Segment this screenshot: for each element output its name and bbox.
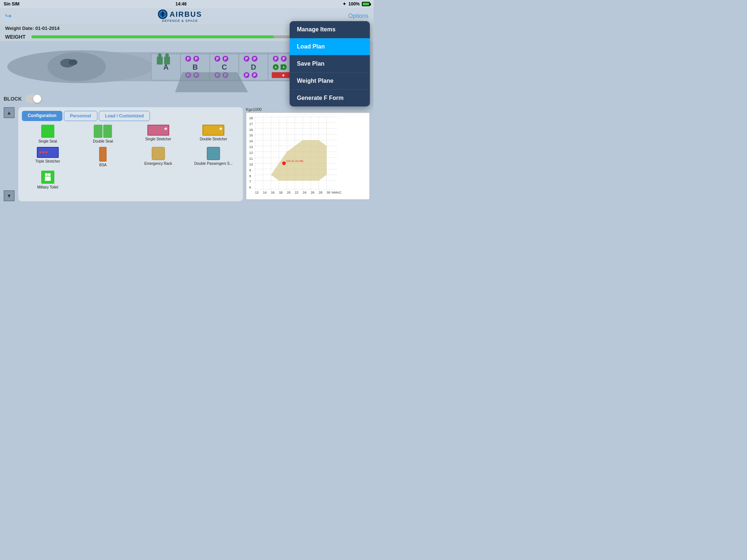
config-item-emergency-rack[interactable]: Emergency Rack — [132, 147, 184, 167]
left-arrows: ▲ ▼ — [4, 107, 15, 201]
svg-text:15: 15 — [249, 133, 253, 137]
svg-text:C: C — [222, 63, 227, 71]
double-stretcher-icon: ✚ — [202, 125, 224, 136]
bsa-label: BSA — [99, 163, 107, 167]
single-seat-icon — [41, 125, 54, 138]
menu-item-weight-plane[interactable]: Weight Plane — [290, 73, 370, 90]
options-button[interactable]: Options — [348, 13, 368, 19]
svg-point-114 — [282, 162, 286, 165]
military-toilet-icon — [41, 171, 54, 184]
time-label: 14:46 — [175, 1, 187, 7]
config-item-single-seat[interactable]: Single Seat — [22, 125, 74, 143]
menu-item-manage-items[interactable]: Manage Items — [290, 21, 370, 38]
svg-text:P: P — [216, 57, 219, 61]
svg-text:16: 16 — [271, 191, 275, 194]
svg-point-8 — [69, 59, 77, 65]
svg-text:14: 14 — [249, 139, 253, 143]
chart-y-label: Kgx1000 — [246, 107, 370, 112]
config-item-double-seat[interactable]: Double Seat — [77, 125, 129, 143]
svg-text:7: 7 — [249, 180, 251, 183]
svg-rect-64 — [45, 176, 48, 181]
svg-text:12: 12 — [249, 151, 253, 155]
bsa-icon — [99, 147, 107, 162]
svg-text:8: 8 — [249, 174, 251, 178]
svg-text:(19.31,10.48): (19.31,10.48) — [286, 159, 303, 163]
config-item-bsa[interactable]: BSA — [77, 147, 129, 167]
bluetooth-icon: ✦ — [342, 1, 346, 7]
scroll-up-button[interactable]: ▲ — [4, 107, 15, 118]
menu-item-save-plan[interactable]: Save Plan — [290, 55, 370, 73]
svg-text:26: 26 — [311, 191, 314, 194]
svg-text:P: P — [224, 57, 227, 61]
svg-text:16: 16 — [249, 128, 253, 132]
svg-text:+: + — [275, 65, 277, 69]
config-item-single-stretcher[interactable]: ✚ Single Stretcher — [132, 125, 184, 143]
svg-text:30: 30 — [327, 191, 330, 194]
tab-load-customized[interactable]: Load / Customized — [99, 111, 150, 121]
svg-text:+: + — [283, 65, 285, 69]
cg-chart: 18 17 16 15 14 13 12 11 10 9 8 7 6 12 14… — [246, 112, 370, 200]
svg-text:18: 18 — [249, 116, 253, 120]
weight-bar-fill — [31, 35, 274, 38]
block-toggle[interactable] — [26, 94, 42, 103]
svg-text:P: P — [195, 57, 198, 61]
config-item-military-toilet[interactable]: Military Toilet — [22, 171, 74, 189]
svg-text:13: 13 — [249, 145, 253, 149]
svg-marker-60 — [175, 72, 248, 92]
config-item-double-stretcher[interactable]: ✚ Double Stretcher — [188, 125, 240, 143]
svg-text:14: 14 — [263, 191, 267, 194]
weight-label: WEIGHT — [5, 34, 27, 40]
svg-text:12: 12 — [255, 191, 259, 194]
svg-text:28: 28 — [319, 191, 322, 194]
svg-text:P: P — [283, 57, 285, 61]
config-item-triple-stretcher[interactable]: ✚✚✚ Triple Stretcher — [22, 147, 74, 167]
config-tabs: Configuration Personnel Load / Customize… — [22, 111, 239, 121]
svg-point-12 — [158, 53, 162, 57]
double-passengers-label: Double Passengers S... — [194, 162, 233, 166]
tab-configuration[interactable]: Configuration — [22, 111, 62, 121]
svg-text:P: P — [245, 57, 248, 61]
config-item-double-passengers[interactable]: Double Passengers S... — [188, 147, 240, 167]
emergency-rack-label: Emergency Rack — [144, 162, 172, 166]
tab-personnel[interactable]: Personnel — [64, 111, 97, 121]
svg-text:10: 10 — [249, 163, 253, 166]
svg-text:B: B — [193, 63, 198, 71]
scroll-down-button[interactable]: ▼ — [4, 190, 15, 201]
svg-text:P: P — [275, 57, 277, 61]
logo-area: AIRBUS DEFENCE & SPACE — [158, 9, 202, 23]
double-seat-icon — [94, 125, 112, 138]
page-wrapper: Sin SIM 14:46 ✦ 100% ↩ AIRBUS — [0, 0, 374, 280]
block-area: BLOCK — [4, 94, 42, 103]
toggle-knob — [33, 95, 41, 103]
svg-text:18: 18 — [279, 191, 283, 194]
status-right: ✦ 100% — [342, 1, 370, 7]
svg-text:P: P — [187, 57, 190, 61]
double-stretcher-label: Double Stretcher — [200, 137, 227, 141]
menu-item-load-plan[interactable]: Load Plan — [290, 38, 370, 55]
svg-text:6: 6 — [249, 186, 251, 189]
battery-label: 100% — [348, 1, 360, 7]
menu-item-generate-f-form[interactable]: Generate F Form — [290, 90, 370, 106]
svg-text:20: 20 — [287, 191, 290, 194]
bottom-area: ▲ ▼ Configuration Personnel Load / Custo… — [0, 105, 374, 203]
svg-text:24: 24 — [303, 191, 306, 194]
svg-point-62 — [45, 173, 48, 176]
single-stretcher-label: Single Stretcher — [145, 137, 171, 141]
svg-rect-65 — [48, 176, 51, 181]
military-toilet-label: Military Toilet — [37, 185, 58, 189]
svg-text:P: P — [245, 73, 248, 77]
config-items-grid: Single Seat Double Seat ✚ Single Stretch… — [22, 125, 239, 189]
triple-stretcher-icon: ✚✚✚ — [37, 147, 59, 158]
svg-text:9: 9 — [249, 168, 251, 172]
svg-text:%MAC: %MAC — [331, 191, 341, 194]
svg-text:11: 11 — [249, 157, 253, 160]
carrier-label: Sin SIM — [4, 1, 19, 7]
svg-point-63 — [48, 173, 51, 176]
chart-panel: Kgx1000 18 17 16 15 14 13 12 11 10 9 8 7… — [246, 107, 370, 201]
single-seat-label: Single Seat — [38, 139, 57, 143]
single-stretcher-icon: ✚ — [147, 125, 169, 136]
back-button[interactable]: ↩ — [5, 11, 12, 21]
svg-rect-13 — [164, 57, 170, 65]
airbus-logo-icon — [158, 9, 167, 19]
svg-point-6 — [47, 52, 106, 81]
